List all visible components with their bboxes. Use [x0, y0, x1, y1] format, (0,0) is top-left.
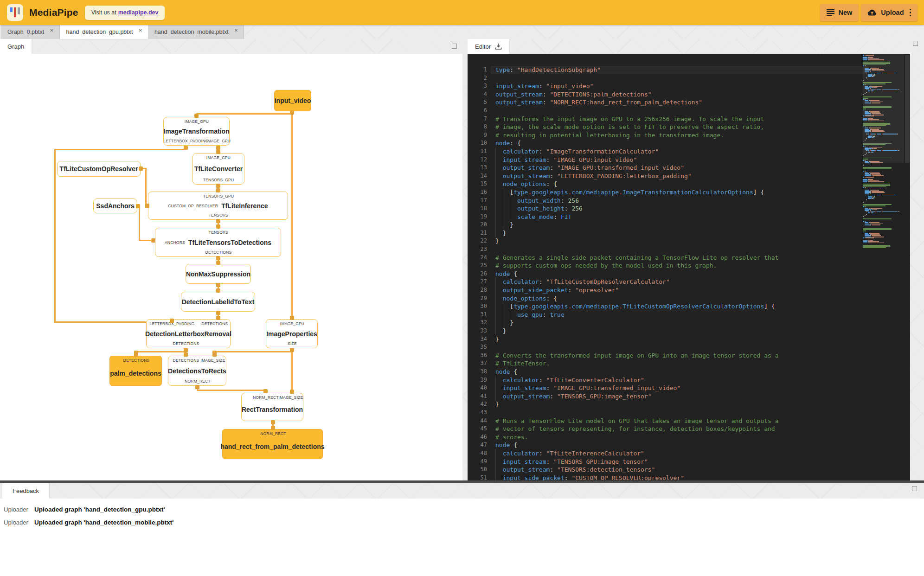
code-token: : — [550, 164, 557, 171]
code-line[interactable]: } — [495, 237, 862, 245]
code-line[interactable]: # scores. — [495, 433, 862, 442]
code-line[interactable]: node { — [495, 441, 862, 449]
tab-graph[interactable]: Graph — [0, 39, 32, 54]
code-line[interactable]: [type.googleapis.com/mediapipe.TfLiteCus… — [495, 302, 862, 311]
code-line[interactable]: output_stream: "NORM_RECT:hand_rect_from… — [495, 98, 862, 107]
code-line[interactable]: node { — [495, 368, 862, 376]
port-label: NORM_RECT — [185, 379, 211, 384]
code-line[interactable]: # supports custom ops needed by the mode… — [495, 262, 862, 270]
editor-scrollbar[interactable] — [905, 55, 910, 163]
new-button[interactable]: New — [820, 4, 859, 21]
minimap-bar — [872, 175, 873, 176]
code-line[interactable]: calculator: "TfLiteConverterCalculator" — [495, 376, 862, 384]
tab-feedback[interactable]: Feedback — [2, 483, 49, 499]
file-tab[interactable]: hand_detection_gpu.pbtxt✕ — [60, 25, 148, 39]
minimap-slider[interactable] — [863, 54, 904, 163]
code-line[interactable]: # Runs a TensorFlow Lite model on GPU th… — [495, 417, 862, 425]
code-line[interactable]: calculator: "ImageTransformationCalculat… — [495, 147, 862, 156]
code-line[interactable]: } — [495, 327, 862, 335]
code-line[interactable]: calculator: "TfLiteCustomOpResolverCalcu… — [495, 278, 862, 286]
minimap-line — [863, 237, 904, 238]
code-line[interactable] — [495, 409, 862, 417]
graph-node-ImageTransformation[interactable]: IMAGE_GPUImageTransformationLETTERBOX_PA… — [163, 117, 230, 146]
code-line[interactable]: scale_mode: FIT — [495, 213, 862, 221]
mediapipe-dev-link[interactable]: mediapipe.dev — [118, 9, 159, 16]
expand-editor-icon[interactable] — [913, 41, 918, 46]
graph-node-NonMaxSuppression[interactable]: NonMaxSuppression — [186, 264, 251, 284]
code-line[interactable]: input_stream: "input_video" — [495, 82, 862, 90]
code-line[interactable]: # image, the scale_mode option is set to… — [495, 123, 862, 131]
graph-node-SsdAnchors[interactable]: SsdAnchors — [93, 198, 137, 213]
code-line[interactable]: # resulting in potential letterboxing in… — [495, 131, 862, 140]
graph-node-DetectionLetterboxRemoval[interactable]: LETTERBOX_PADDINGDETECTIONSDetectionLett… — [146, 319, 231, 348]
code-line[interactable]: node: { — [495, 139, 862, 147]
graph-node-DetectionsToRects[interactable]: DETECTIONSIMAGE_SIZEDetectionsToRectsNOR… — [168, 356, 226, 386]
code-token: scale_mode — [517, 213, 553, 220]
code-line[interactable]: output_stream: "IMAGE_GPU:transformed_in… — [495, 164, 862, 172]
code-line[interactable]: } — [495, 319, 862, 327]
expand-feedback-icon[interactable] — [912, 486, 917, 491]
close-tab-icon[interactable]: ✕ — [50, 28, 53, 33]
code-line[interactable] — [495, 343, 862, 352]
code-line[interactable]: node_options: { — [495, 180, 862, 188]
minimap-bar — [863, 202, 864, 203]
code-line[interactable] — [495, 74, 862, 83]
code-line[interactable]: output_width: 256 — [495, 197, 862, 205]
code-line[interactable]: } — [495, 400, 862, 409]
minimap-bar — [870, 191, 871, 192]
graph-canvas[interactable]: input_videoIMAGE_GPUImageTransformationL… — [0, 54, 462, 480]
code-line[interactable]: node { — [495, 270, 862, 278]
code-line[interactable]: node_options: { — [495, 294, 862, 303]
graph-node-TfLiteConverter[interactable]: IMAGE_GPUTfLiteConverterTENSORS_GPU — [192, 153, 244, 185]
close-tab-icon[interactable]: ✕ — [138, 28, 142, 33]
graph-node-input_video[interactable]: input_video — [274, 90, 311, 111]
graph-node-palm_detections[interactable]: DETECTIONSpalm_detections — [109, 356, 162, 386]
code-line[interactable]: input_side_packet: "CUSTOM_OP_RESOLVER:o… — [495, 474, 862, 480]
code-line[interactable]: output_stream: "DETECTIONS:palm_detectio… — [495, 90, 862, 99]
download-icon[interactable] — [495, 43, 502, 50]
graph-node-hand_rect_from_palm_detections[interactable]: NORM_RECThand_rect_from_palm_detections — [222, 429, 323, 459]
code-line[interactable]: # vector of tensors representing, for in… — [495, 425, 862, 433]
minimap-line — [863, 165, 904, 166]
code-line[interactable]: # TfLiteTensor. — [495, 359, 862, 368]
code-line[interactable] — [495, 107, 862, 115]
tab-editor[interactable]: Editor — [468, 39, 509, 54]
code-line[interactable]: input_stream: "IMAGE_GPU:input_video" — [495, 156, 862, 164]
code-line[interactable]: # Transforms the input image on GPU to a… — [495, 115, 862, 123]
code-line[interactable]: type: "HandDetectionSubgraph" — [495, 66, 862, 74]
code-line[interactable] — [495, 245, 862, 254]
graph-node-TfLiteTensorsToDetections[interactable]: TENSORSANCHORSTfLiteTensorsToDetectionsD… — [155, 228, 281, 257]
indent-guide — [503, 213, 510, 221]
file-tab[interactable]: hand_detection_mobile.pbtxt✕ — [148, 25, 244, 39]
code-line[interactable]: # Generates a single side packet contain… — [495, 254, 862, 262]
graph-node-TfLiteInference[interactable]: TENSORS_GPUCUSTOM_OP_RESOLVERTfLiteInfer… — [148, 192, 288, 220]
more-options-icon[interactable] — [910, 8, 911, 17]
graph-node-ImageProperties[interactable]: IMAGE_GPUImagePropertiesSIZE — [266, 319, 318, 348]
code-line[interactable]: [type.googleapis.com/mediapipe.ImageTran… — [495, 188, 862, 197]
code-line[interactable]: } — [495, 229, 862, 237]
code-line[interactable]: output_stream: "LETTERBOX_PADDING:letter… — [495, 172, 862, 180]
code-line[interactable]: output_stream: "TENSORS_GPU:image_tensor… — [495, 392, 862, 401]
graph-node-TfLiteCustomOpResolver[interactable]: TfLiteCustomOpResolver — [57, 161, 141, 177]
code-line[interactable]: output_side_packet: "opresolver" — [495, 286, 862, 294]
code-line[interactable]: } — [495, 335, 862, 344]
code-line[interactable]: # Converts the transformed input image o… — [495, 352, 862, 360]
line-number: 8 — [468, 123, 487, 131]
code-editor[interactable]: 1234567891011121314151617181920212223242… — [468, 54, 910, 480]
file-tab[interactable]: Graph_0.pbtxt✕ — [1, 25, 60, 39]
code-area[interactable]: type: "HandDetectionSubgraph"input_strea… — [495, 66, 862, 480]
close-tab-icon[interactable]: ✕ — [234, 28, 238, 33]
expand-graph-icon[interactable] — [452, 44, 457, 49]
code-line[interactable]: use_gpu: true — [495, 311, 862, 319]
graph-node-DetectionLabelIdToText[interactable]: DetectionLabelIdToText — [181, 292, 255, 312]
code-line[interactable]: calculator: "TfLiteInferenceCalculator" — [495, 449, 862, 458]
code-line[interactable]: output_height: 256 — [495, 205, 862, 213]
port-marker — [184, 352, 188, 357]
upload-button[interactable]: Upload — [861, 4, 918, 21]
graph-node-RectTransformation[interactable]: NORM_RECTIMAGE_SIZERectTransformation — [241, 393, 303, 421]
minimap-line — [863, 198, 904, 199]
code-line[interactable]: input_stream: "IMAGE_GPU:transformed_inp… — [495, 384, 862, 392]
code-line[interactable]: output_stream: "TENSORS:detection_tensor… — [495, 466, 862, 474]
code-line[interactable]: input_stream: "TENSORS_GPU:image_tensor" — [495, 458, 862, 466]
code-line[interactable]: } — [495, 221, 862, 229]
